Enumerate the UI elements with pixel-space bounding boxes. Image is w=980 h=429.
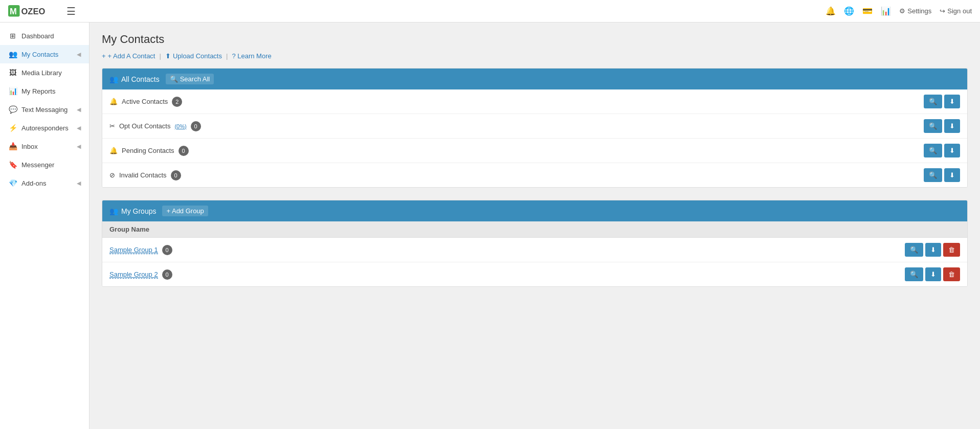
app-body: ⊞ Dashboard 👥 My Contacts ◀ 🖼 Media Libr… xyxy=(0,22,980,429)
page-title: My Contacts xyxy=(102,33,968,46)
optout-percent-link[interactable]: (0%) xyxy=(174,123,186,129)
add-contact-label: + Add A Contact xyxy=(108,52,155,60)
reports-icon: 📊 xyxy=(8,87,17,95)
add-contact-link[interactable]: + + Add A Contact xyxy=(102,52,155,60)
upload-contacts-label: Upload Contacts xyxy=(173,52,222,60)
invalid-contacts-badge: 0 xyxy=(171,170,181,180)
all-contacts-label: All Contacts xyxy=(121,75,160,83)
chevron-icon-inbox: ◀ xyxy=(77,143,81,150)
group-2-label: Sample Group 2 0 xyxy=(109,269,905,280)
sidebar-item-text-messaging[interactable]: 💬 Text Messaging ◀ xyxy=(0,100,89,119)
sidebar-label-add-ons: Add-ons xyxy=(21,179,77,187)
upload-icon: ⬆ xyxy=(165,52,171,60)
invalid-contacts-row: ⊘ Invalid Contacts 0 🔍 ⬇ xyxy=(102,163,967,187)
gear-icon: ⚙ xyxy=(899,7,905,15)
sidebar-label-dashboard: Dashboard xyxy=(21,32,81,40)
messenger-icon: 🔖 xyxy=(8,161,17,169)
settings-label: Settings xyxy=(907,7,931,15)
svg-text:OZEO: OZEO xyxy=(21,7,46,16)
active-contacts-download-button[interactable]: ⬇ xyxy=(944,95,960,108)
chart-icon[interactable]: 📊 xyxy=(881,6,891,16)
group-1-label: Sample Group 1 0 xyxy=(109,245,905,255)
add-group-label: + Add Group xyxy=(166,207,204,215)
all-contacts-title: 👥 All Contacts xyxy=(109,75,160,83)
sidebar-item-my-reports[interactable]: 📊 My Reports xyxy=(0,82,89,100)
search-all-label: Search All xyxy=(180,75,210,83)
group-1-link[interactable]: Sample Group 1 xyxy=(109,246,158,254)
active-contacts-search-button[interactable]: 🔍 xyxy=(924,95,942,108)
search-icon: 🔍 xyxy=(170,75,178,83)
search-all-button[interactable]: 🔍 Search All xyxy=(166,74,214,84)
learn-more-link[interactable]: ? Learn More xyxy=(232,52,271,60)
invalid-contacts-download-button[interactable]: ⬇ xyxy=(944,168,960,182)
settings-button[interactable]: ⚙ Settings xyxy=(899,7,931,15)
signout-icon: ↪ xyxy=(940,7,945,15)
optout-contacts-label: ✂ Opt Out Contacts (0%) 0 xyxy=(109,121,924,131)
active-contacts-badge: 2 xyxy=(172,97,182,107)
addons-icon: 💎 xyxy=(8,179,17,187)
text-messaging-icon: 💬 xyxy=(8,105,17,114)
card-icon[interactable]: 💳 xyxy=(862,6,873,16)
svg-text:M: M xyxy=(10,7,17,16)
group-1-delete-button[interactable]: 🗑 xyxy=(943,243,960,257)
bell-icon-pending: 🔔 xyxy=(109,147,118,154)
users-icon: 👥 xyxy=(109,75,118,83)
group-1-search-button[interactable]: 🔍 xyxy=(905,243,923,257)
learn-more-label: ? Learn More xyxy=(232,52,271,60)
autoresponders-icon: ⚡ xyxy=(8,124,17,132)
pending-contacts-search-button[interactable]: 🔍 xyxy=(924,144,942,157)
optout-contacts-text: Opt Out Contacts xyxy=(119,122,170,130)
pending-contacts-label: 🔔 Pending Contacts 0 xyxy=(109,146,924,156)
invalid-contacts-search-button[interactable]: 🔍 xyxy=(924,168,942,182)
optout-contacts-row: ✂ Opt Out Contacts (0%) 0 🔍 ⬇ xyxy=(102,114,967,139)
sidebar-item-my-contacts[interactable]: 👥 My Contacts ◀ xyxy=(0,45,89,63)
inbox-icon: 📥 xyxy=(8,142,17,150)
chevron-icon-autoresponders: ◀ xyxy=(77,125,81,131)
pending-contacts-text: Pending Contacts xyxy=(122,147,174,154)
sidebar-item-media-library[interactable]: 🖼 Media Library xyxy=(0,63,89,82)
group-2-search-button[interactable]: 🔍 xyxy=(905,267,923,281)
plus-icon: + xyxy=(102,52,106,60)
group-1-download-button[interactable]: ⬇ xyxy=(925,243,941,257)
group-table-header: Group Name xyxy=(102,221,967,238)
divider-1: | xyxy=(159,52,161,60)
sidebar-item-add-ons[interactable]: 💎 Add-ons ◀ xyxy=(0,174,89,192)
active-contacts-actions: 🔍 ⬇ xyxy=(924,95,960,108)
upload-contacts-link[interactable]: ⬆ Upload Contacts xyxy=(165,52,222,60)
add-group-button[interactable]: + Add Group xyxy=(162,206,208,216)
optout-contacts-download-button[interactable]: ⬇ xyxy=(944,119,960,133)
optout-contacts-search-button[interactable]: 🔍 xyxy=(924,119,942,133)
invalid-contacts-label: ⊘ Invalid Contacts 0 xyxy=(109,170,924,180)
signout-label: Sign out xyxy=(947,7,972,15)
group-2-delete-button[interactable]: 🗑 xyxy=(943,267,960,281)
signout-button[interactable]: ↪ Sign out xyxy=(940,7,972,15)
all-contacts-header: 👥 All Contacts 🔍 Search All xyxy=(102,69,967,89)
pending-contacts-badge: 0 xyxy=(179,146,189,156)
group-name-column-header: Group Name xyxy=(109,225,149,233)
divider-2: | xyxy=(226,52,228,60)
group-1-actions: 🔍 ⬇ 🗑 xyxy=(905,243,960,257)
group-2-badge: 0 xyxy=(162,269,172,280)
sidebar-label-messenger: Messenger xyxy=(21,161,81,169)
invalid-contacts-text: Invalid Contacts xyxy=(119,171,167,179)
pending-contacts-row: 🔔 Pending Contacts 0 🔍 ⬇ xyxy=(102,139,967,163)
bell-icon-active: 🔔 xyxy=(109,98,118,105)
globe-icon[interactable]: 🌐 xyxy=(844,6,854,16)
pending-contacts-download-button[interactable]: ⬇ xyxy=(944,144,960,157)
pending-contacts-actions: 🔍 ⬇ xyxy=(924,144,960,157)
sidebar-item-inbox[interactable]: 📥 Inbox ◀ xyxy=(0,137,89,155)
sidebar-item-dashboard[interactable]: ⊞ Dashboard xyxy=(0,27,89,45)
group-2-actions: 🔍 ⬇ 🗑 xyxy=(905,267,960,281)
sidebar-label-inbox: Inbox xyxy=(21,143,77,150)
top-nav-right: 🔔 🌐 💳 📊 ⚙ Settings ↪ Sign out xyxy=(826,6,972,16)
group-2-download-button[interactable]: ⬇ xyxy=(925,267,941,281)
hamburger-button[interactable]: ☰ xyxy=(66,5,76,17)
sidebar: ⊞ Dashboard 👥 My Contacts ◀ 🖼 Media Libr… xyxy=(0,22,90,429)
groups-label: My Groups xyxy=(121,207,156,215)
group-2-link[interactable]: Sample Group 2 xyxy=(109,270,158,279)
sidebar-item-autoresponders[interactable]: ⚡ Autoresponders ◀ xyxy=(0,119,89,137)
sidebar-label-my-contacts: My Contacts xyxy=(21,51,77,58)
chevron-icon-contacts: ◀ xyxy=(77,51,81,58)
bell-icon[interactable]: 🔔 xyxy=(826,6,836,16)
sidebar-item-messenger[interactable]: 🔖 Messenger xyxy=(0,155,89,174)
